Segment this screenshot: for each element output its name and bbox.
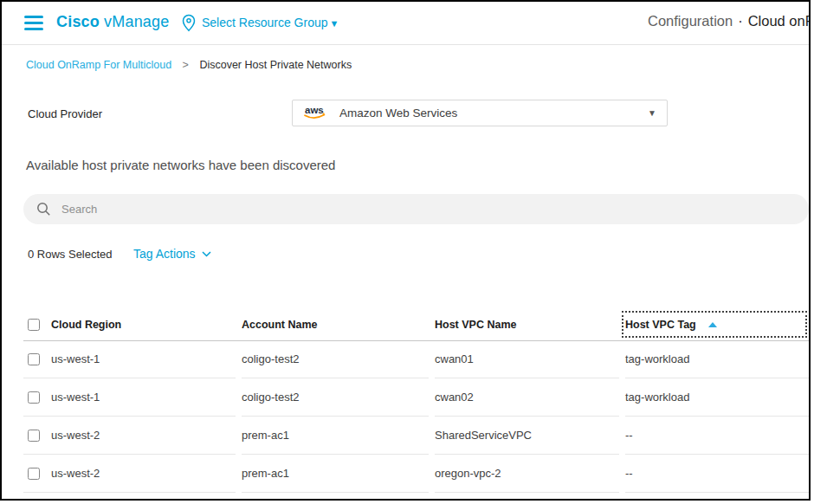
column-header-cloud-region[interactable]: Cloud Region	[51, 319, 236, 331]
breadcrumb-current: Discover Host Private Networks	[199, 59, 352, 71]
hamburger-menu-icon[interactable]	[24, 16, 43, 30]
breadcrumb: Cloud OnRamp For Multicloud > Discover H…	[26, 59, 352, 71]
cell-host-vpc-name: cwan02	[435, 378, 619, 417]
cell-account-name: coligo-test2	[242, 340, 429, 378]
aws-logo-icon: aws	[301, 104, 329, 122]
column-header-account-name[interactable]: Account Name	[242, 319, 429, 331]
rows-selected-count: 0 Rows Selected	[28, 248, 113, 261]
table-row[interactable]: us-west-2 prem-ac1 SharedServiceVPC --	[23, 417, 809, 455]
resource-group-label: Select Resource Group	[202, 16, 328, 29]
cell-host-vpc-name: oregon-vpc-2	[435, 455, 619, 493]
breadcrumb-parent-link[interactable]: Cloud OnRamp For Multicloud	[26, 59, 171, 71]
cell-account-name: prem-ac1	[242, 455, 429, 493]
sort-ascending-icon	[708, 322, 717, 327]
resource-group-selector[interactable]: Select Resource Group▼	[202, 16, 339, 29]
search-bar	[23, 194, 809, 224]
page-context-title: Configuration·Cloud onR	[648, 13, 811, 29]
svg-text:aws: aws	[305, 105, 324, 115]
cell-host-vpc-tag: --	[625, 417, 809, 455]
cloud-provider-dropdown[interactable]: aws Amazon Web Services ▼	[292, 100, 668, 126]
brand-cisco: Cisco	[56, 13, 100, 30]
cell-account-name: coligo-test2	[242, 378, 429, 417]
cell-cloud-region: us-west-1	[51, 340, 236, 378]
cell-host-vpc-tag: --	[625, 455, 809, 493]
select-all-checkbox[interactable]	[28, 319, 40, 331]
location-pin-icon	[182, 14, 196, 32]
table-row[interactable]: us-west-1 coligo-test2 cwan01 tag-worklo…	[23, 340, 809, 378]
column-header-host-vpc-tag-label: Host VPC Tag	[625, 319, 696, 331]
row-checkbox[interactable]	[28, 468, 40, 480]
breadcrumb-separator: >	[183, 59, 189, 71]
brand-vmanage: vManage	[104, 13, 169, 30]
app-bar: CiscovManage Select Resource Group▼ Conf…	[2, 2, 809, 45]
search-icon	[36, 202, 51, 216]
cloud-provider-label: Cloud Provider	[28, 107, 102, 120]
row-checkbox[interactable]	[28, 391, 40, 404]
search-input[interactable]	[61, 203, 809, 216]
context-page: Cloud onR	[748, 13, 811, 29]
cloud-provider-value: Amazon Web Services	[339, 107, 648, 120]
table-row[interactable]: us-west-1 coligo-test2 cwan02 tag-worklo…	[23, 378, 809, 417]
chevron-down-icon	[202, 251, 211, 257]
cell-cloud-region: us-west-2	[51, 417, 236, 455]
context-section: Configuration	[648, 13, 733, 29]
tag-actions-menu[interactable]: Tag Actions	[133, 247, 211, 261]
cell-host-vpc-tag: tag-workload	[625, 378, 809, 417]
row-checkbox[interactable]	[28, 353, 40, 365]
cell-account-name: prem-ac1	[242, 417, 429, 455]
tag-actions-label: Tag Actions	[133, 247, 196, 261]
cell-host-vpc-name: cwan01	[435, 340, 619, 378]
column-header-host-vpc-tag[interactable]: Host VPC Tag	[625, 319, 809, 331]
cell-cloud-region: us-west-2	[51, 455, 236, 493]
row-checkbox[interactable]	[28, 430, 40, 442]
discovery-info-text: Available host private networks have bee…	[26, 158, 335, 172]
app-window: CiscovManage Select Resource Group▼ Conf…	[0, 0, 811, 501]
chevron-down-icon: ▼	[330, 18, 339, 29]
table-row[interactable]: us-west-2 prem-ac1 oregon-vpc-2 --	[23, 455, 809, 493]
cell-host-vpc-tag: tag-workload	[625, 340, 809, 378]
brand-logo: CiscovManage	[56, 13, 169, 31]
cell-cloud-region: us-west-1	[51, 378, 236, 417]
table-header-row: Cloud Region Account Name Host VPC Name …	[23, 309, 809, 340]
cell-host-vpc-name: SharedServiceVPC	[435, 417, 619, 455]
context-separator: ·	[738, 13, 743, 29]
dropdown-caret-icon: ▼	[648, 108, 656, 118]
column-header-host-vpc-name[interactable]: Host VPC Name	[435, 319, 619, 331]
